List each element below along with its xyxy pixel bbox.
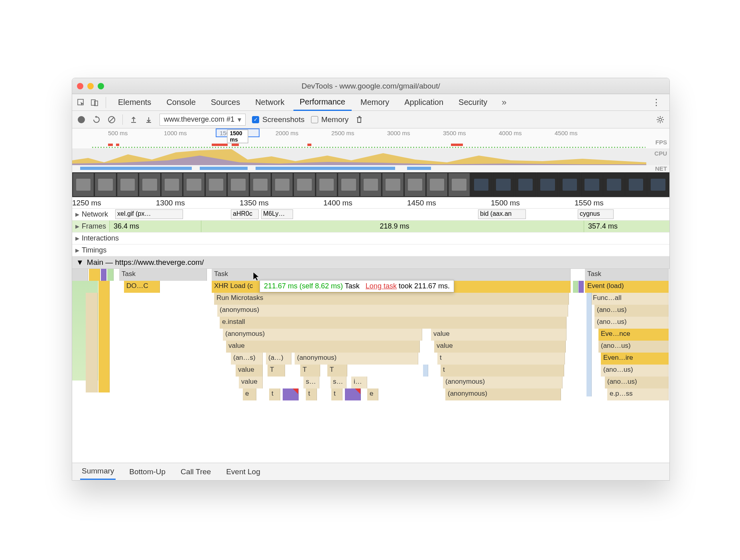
flame-entry[interactable]: e.p…ss <box>607 388 669 400</box>
flame-entry[interactable]: Even…ire <box>601 353 669 365</box>
flame-entry[interactable]: T <box>300 365 320 377</box>
lanes: ▶Network xel.gif (px… aHR0c M6Ly… bid (a… <box>72 209 669 463</box>
load-profile-icon[interactable] <box>129 115 138 124</box>
flame-entry[interactable]: s… <box>331 377 346 388</box>
clear-icon[interactable] <box>107 115 116 124</box>
flame-task[interactable]: Task <box>212 269 571 281</box>
flame-entry[interactable]: (ano…us) <box>594 305 669 317</box>
flame-chart[interactable]: Task DO…C Task XHR Load (c Run Microtask… <box>72 269 669 416</box>
lane-timings[interactable]: ▶Timings <box>72 245 669 256</box>
tab-memory[interactable]: Memory <box>354 94 396 111</box>
device-mode-icon[interactable] <box>89 97 100 108</box>
flame-entry[interactable]: T <box>268 365 285 377</box>
flame-entry[interactable]: (anonymous) <box>295 353 418 365</box>
tab-summary[interactable]: Summary <box>80 463 116 480</box>
tab-network[interactable]: Network <box>249 94 291 111</box>
flame-entry[interactable]: Eve…nce <box>598 329 669 341</box>
tab-bottom-up[interactable]: Bottom-Up <box>128 464 167 479</box>
flame-entry[interactable]: T <box>327 365 347 377</box>
flame-entry[interactable]: (anonymous) <box>443 377 563 388</box>
flame-entry[interactable]: Func…all <box>590 293 669 305</box>
frame-block[interactable]: 218.9 ms <box>201 221 584 232</box>
flame-entry[interactable] <box>86 293 98 392</box>
tab-call-tree[interactable]: Call Tree <box>179 464 213 479</box>
screenshots-strip[interactable] <box>72 172 669 197</box>
flame-entry[interactable] <box>573 281 578 293</box>
flame-entry[interactable]: (anonymous) <box>445 388 561 400</box>
flame-entry[interactable]: Task <box>119 269 207 281</box>
flame-entry[interactable] <box>72 269 88 281</box>
kebab-menu-icon[interactable]: ⋮ <box>646 97 666 108</box>
flame-entry[interactable] <box>89 269 100 281</box>
flame-entry[interactable]: (anonymous) <box>217 305 568 317</box>
reload-record-icon[interactable] <box>92 115 101 124</box>
flame-entry[interactable]: value <box>434 341 566 353</box>
tab-application[interactable]: Application <box>398 94 450 111</box>
flame-entry[interactable] <box>586 293 592 396</box>
flame-entry[interactable] <box>98 281 110 392</box>
flame-entry[interactable] <box>101 269 106 281</box>
flame-entry[interactable]: t <box>441 365 564 377</box>
flame-entry[interactable]: value <box>431 329 567 341</box>
flame-entry[interactable]: t <box>306 388 317 400</box>
overview-pane[interactable]: 500 ms 1000 ms 1500 ms 2000 ms 2500 ms 3… <box>72 128 669 197</box>
flame-entry[interactable]: (ano…us) <box>601 365 669 377</box>
tabs-overflow-icon[interactable]: » <box>496 97 512 108</box>
settings-gear-icon[interactable] <box>656 115 665 124</box>
flame-entry[interactable]: Task <box>585 269 669 281</box>
flame-entry[interactable]: value <box>236 365 263 377</box>
flame-entry[interactable]: (ano…us) <box>598 341 669 353</box>
inspect-icon[interactable] <box>75 97 87 108</box>
trash-icon[interactable] <box>355 115 364 124</box>
flame-entry[interactable]: (an…s) <box>231 353 263 365</box>
lane-frames[interactable]: ▶Frames 36.4 ms 218.9 ms 357.4 ms <box>72 221 669 233</box>
tab-performance[interactable]: Performance <box>293 94 352 111</box>
flame-entry[interactable]: (a…) <box>266 353 291 365</box>
window-title: DevTools - www.google.com/gmail/about/ <box>72 82 669 91</box>
flame-entry[interactable] <box>423 365 428 377</box>
tab-sources[interactable]: Sources <box>205 94 246 111</box>
flame-entry[interactable]: e.install <box>220 317 567 329</box>
net-item[interactable]: aHR0c <box>231 209 259 219</box>
tab-security[interactable]: Security <box>452 94 494 111</box>
flame-entry[interactable]: Run Microtasks <box>214 293 569 305</box>
flame-entry[interactable]: i… <box>351 377 367 388</box>
record-button[interactable] <box>77 115 86 124</box>
long-task-marker-icon <box>293 388 298 394</box>
flame-entry[interactable]: t <box>437 353 565 365</box>
save-profile-icon[interactable] <box>144 115 153 124</box>
flame-entry[interactable]: (ano…us) <box>605 377 669 388</box>
flame-entry[interactable]: DO…C <box>124 281 160 293</box>
net-item[interactable]: cygnus <box>578 209 614 219</box>
frame-block[interactable]: 357.4 ms <box>584 221 669 232</box>
flame-entry[interactable] <box>579 281 584 293</box>
tab-event-log[interactable]: Event Log <box>224 464 262 479</box>
screenshots-checkbox[interactable]: ✓ Screenshots <box>252 115 305 124</box>
frame-block[interactable]: 36.4 ms <box>109 221 201 232</box>
tab-elements[interactable]: Elements <box>112 94 157 111</box>
flame-entry[interactable]: t <box>331 388 342 400</box>
net-item[interactable]: bid (aax.an <box>478 209 526 219</box>
lane-network[interactable]: ▶Network xel.gif (px… aHR0c M6Ly… bid (a… <box>72 209 669 221</box>
overview-viewport[interactable]: 1500 ms <box>216 128 260 137</box>
flame-entry[interactable] <box>107 269 114 281</box>
flame-entry[interactable]: e <box>243 388 256 400</box>
flame-entry[interactable]: (anonymous) <box>223 329 422 341</box>
flame-entry[interactable]: value <box>226 341 420 353</box>
lane-interactions[interactable]: ▶Interactions <box>72 233 669 245</box>
flame-entry[interactable] <box>345 388 361 400</box>
flame-entry[interactable]: Event (load) <box>585 281 669 293</box>
flame-entry[interactable]: e <box>367 388 378 400</box>
tab-console[interactable]: Console <box>160 94 202 111</box>
lane-main-header[interactable]: ▼Main — https://www.theverge.com/ <box>72 256 669 269</box>
flame-entry[interactable]: t <box>269 388 280 400</box>
devtools-window: DevTools - www.google.com/gmail/about/ E… <box>72 78 670 481</box>
net-item[interactable]: xel.gif (px… <box>115 209 183 219</box>
flame-entry[interactable]: s… <box>303 377 319 388</box>
flame-entry[interactable]: (ano…us) <box>594 317 669 329</box>
profile-selector[interactable]: www.theverge.com #1 ▾ <box>159 114 246 126</box>
net-item[interactable]: M6Ly… <box>261 209 293 219</box>
memory-checkbox[interactable]: Memory <box>311 115 349 124</box>
flame-entry[interactable]: value <box>239 377 263 388</box>
flame-entry[interactable] <box>283 388 299 400</box>
